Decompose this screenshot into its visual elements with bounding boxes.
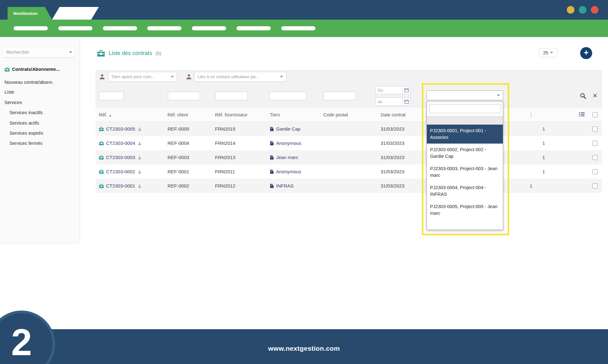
download-icon[interactable] <box>137 127 142 131</box>
download-icon[interactable] <box>137 184 142 188</box>
nav-pill[interactable] <box>192 26 226 30</box>
sidebar-section-contrats[interactable]: Contrats/Abonneme... <box>4 67 60 72</box>
nav-pill[interactable] <box>237 26 271 30</box>
tiers-commercial-filter-select[interactable]: Tiers ayant pour com... <box>108 72 177 82</box>
contract-icon <box>99 155 104 160</box>
tiers-filter-placeholder: Tiers ayant pour com... <box>111 74 155 79</box>
sidebar-item-services-expires[interactable]: Services expirés <box>10 128 43 138</box>
ref-client-cell: REF-0002 <box>164 183 212 188</box>
header-ref[interactable]: Réf.▲ <box>96 112 164 117</box>
window-control-yellow[interactable] <box>567 6 574 14</box>
contract-ref-link[interactable]: CT2303-0005 <box>106 126 135 132</box>
window-control-teal[interactable] <box>579 6 586 14</box>
header-date-contrat[interactable]: Date contrat <box>377 112 423 117</box>
page-size-value: 25 <box>543 50 548 55</box>
calendar-button[interactable] <box>403 86 410 94</box>
ref-client-cell: REF-0001 <box>164 169 212 174</box>
ref-client-cell: REF-0003 <box>164 155 212 160</box>
add-contract-button[interactable]: + <box>580 47 592 59</box>
sidebar-item-services[interactable]: Services <box>4 98 22 107</box>
page-header: Liste des contrats (5) <box>97 49 162 57</box>
contracts-table: Réf.▲ Réf. client Réf. fournisseur Tiers… <box>96 108 602 193</box>
sidebar-search-select[interactable]: Rechercher <box>4 47 75 58</box>
ref-fournisseur-cell: FRN2011 <box>212 169 267 174</box>
download-icon[interactable] <box>137 141 142 145</box>
search-icon <box>580 93 586 99</box>
sidebar-item-liste[interactable]: Liste <box>4 87 14 97</box>
date-from-input[interactable] <box>376 86 403 94</box>
step-badge: 2 <box>0 311 55 364</box>
tiers-link[interactable]: Gardie Cap <box>276 126 301 132</box>
row-checkbox[interactable] <box>592 155 598 160</box>
ref-filter-input[interactable] <box>99 92 124 100</box>
project-option[interactable]: PJ2303-0003, Project-003 - Jean marc <box>427 163 503 182</box>
table-row[interactable]: CT2303-0001 REF-0002 FRN2012 INFRAS 31/0… <box>96 179 602 193</box>
select-all-checkbox[interactable] <box>592 112 598 117</box>
sidebar-item-services-actifs[interactable]: Services actifs <box>10 118 39 128</box>
table-row[interactable]: CT2303-0002 REF-0001 FRN2011 Anonymous 3… <box>96 164 602 179</box>
download-icon[interactable] <box>137 170 142 174</box>
ref-client-filter-input[interactable] <box>168 92 200 100</box>
contract-ref-link[interactable]: CT2303-0001 <box>106 183 135 188</box>
header-tiers[interactable]: Tiers <box>267 112 320 117</box>
page-size-select[interactable]: 25 <box>539 48 557 57</box>
project-option[interactable]: PJ2303-0004, Project-004 - INFRAS <box>427 182 503 201</box>
clear-filters-button[interactable]: ✕ <box>592 93 598 99</box>
sidebar-item-nouveau-contrat[interactable]: Nouveau contrat/abonn. <box>4 77 54 87</box>
contract-ref-link[interactable]: CT2303-0004 <box>106 140 135 146</box>
building-icon <box>270 141 274 145</box>
search-button[interactable] <box>580 93 586 101</box>
nav-pill[interactable] <box>281 26 315 30</box>
header-ref-fournisseur[interactable]: Réf. fournisseur <box>212 112 267 117</box>
tiers-link[interactable]: Anonymous <box>276 169 301 174</box>
tiers-link[interactable]: INFRAS <box>276 183 294 188</box>
nav-pill[interactable] <box>103 26 137 30</box>
window-control-red[interactable] <box>591 6 598 14</box>
sidebar-item-services-inactifs[interactable]: Services inactifs <box>10 108 43 117</box>
sidebar-search-placeholder: Rechercher <box>6 50 29 55</box>
header-code-postal[interactable]: Code postal <box>320 112 377 117</box>
tiers-link[interactable]: Anonymous <box>276 140 301 146</box>
project-option[interactable]: PJ2303-0005, Project-005 - Jean marc <box>427 201 503 219</box>
person-icon <box>99 74 105 80</box>
nav-pill[interactable] <box>58 26 92 30</box>
contact-user-filter-select[interactable]: Liés à un contact utilisateur pa... <box>194 72 286 82</box>
plus-icon: + <box>584 48 588 58</box>
contract-ref-link[interactable]: CT2303-0002 <box>106 169 135 174</box>
table-row[interactable]: CT2303-0004 REF-0004 FRN2014 Anonymous 3… <box>96 136 602 150</box>
contract-ref-link[interactable]: CT2303-0003 <box>106 155 135 160</box>
building-icon <box>270 127 274 131</box>
row-checkbox[interactable] <box>592 126 598 132</box>
date-contrat-cell: 31/03/2023 <box>377 169 423 174</box>
tiers-link[interactable]: Jean marc <box>276 155 298 160</box>
ref-fournisseur-cell: FRN2015 <box>212 126 267 132</box>
list-view-button[interactable] <box>575 112 588 118</box>
sort-ascending-icon: ▲ <box>109 114 112 117</box>
row-checkbox[interactable] <box>592 183 598 188</box>
brand-tab[interactable]: NextGestion <box>8 7 52 20</box>
project-filter-select[interactable] <box>427 90 503 100</box>
project-option[interactable]: PJ2303-0001, Project-001 - Associes <box>427 125 503 144</box>
download-icon[interactable] <box>137 155 142 160</box>
project-dropdown-search-input[interactable] <box>429 104 501 113</box>
project-option-empty[interactable] <box>427 116 503 125</box>
code-postal-filter-input[interactable] <box>324 92 356 100</box>
table-row[interactable]: CT2303-0005 REF-0005 FRN2015 Gardie Cap … <box>96 122 602 136</box>
header-ref-client[interactable]: Réf. client <box>164 112 212 117</box>
project-option[interactable]: PJ2303-0002, Project-002 - Gardie Cap <box>427 144 503 163</box>
table-row[interactable]: CT2303-0003 REF-0003 FRN2013 Jean marc 3… <box>96 150 602 164</box>
status-filter-inactive[interactable] <box>531 112 531 118</box>
calendar-button[interactable] <box>403 97 410 106</box>
ref-fournisseur-filter-input[interactable] <box>215 92 248 100</box>
chevron-down-icon <box>171 76 174 77</box>
row-checkbox[interactable] <box>592 141 598 146</box>
nav-pill[interactable] <box>14 26 48 30</box>
nav-pill[interactable] <box>147 26 181 30</box>
sidebar-item-services-fermes[interactable]: Services fermés <box>10 139 42 148</box>
chevron-down-icon <box>69 52 72 53</box>
tiers-filter-input[interactable] <box>269 92 307 100</box>
secondary-tab[interactable] <box>52 7 99 20</box>
row-checkbox[interactable] <box>592 169 598 174</box>
date-to-input[interactable] <box>376 97 403 106</box>
contract-icon <box>99 169 104 174</box>
